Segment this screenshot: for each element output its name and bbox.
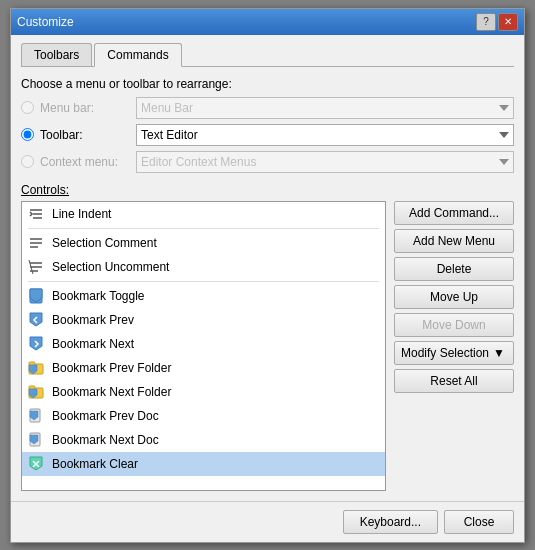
selection-comment-icon bbox=[28, 235, 44, 251]
list-item-label: Bookmark Next bbox=[52, 337, 134, 351]
list-item-label: Line Indent bbox=[52, 207, 111, 221]
menu-bar-dropdown[interactable]: Menu Bar bbox=[136, 97, 514, 119]
bookmark-prev-icon bbox=[28, 312, 44, 328]
svg-marker-13 bbox=[30, 337, 42, 350]
svg-marker-12 bbox=[30, 313, 42, 326]
list-item-label: Bookmark Toggle bbox=[52, 289, 145, 303]
toolbar-radio[interactable] bbox=[21, 128, 34, 141]
list-item[interactable]: Bookmark Prev Folder bbox=[22, 356, 385, 380]
list-separator bbox=[28, 228, 379, 229]
keyboard-button[interactable]: Keyboard... bbox=[343, 510, 438, 534]
list-item[interactable]: Line Indent bbox=[22, 202, 385, 226]
toolbar-label: Toolbar: bbox=[40, 128, 130, 142]
list-separator bbox=[28, 281, 379, 282]
move-down-button[interactable]: Move Down bbox=[394, 313, 514, 337]
move-up-button[interactable]: Move Up bbox=[394, 285, 514, 309]
dropdown-arrow-icon: ▼ bbox=[493, 346, 505, 360]
list-item-label: Bookmark Next Folder bbox=[52, 385, 171, 399]
bookmark-next-icon bbox=[28, 336, 44, 352]
bookmark-next-folder-icon bbox=[28, 384, 44, 400]
context-menu-label: Context menu: bbox=[40, 155, 130, 169]
reset-all-button[interactable]: Reset All bbox=[394, 369, 514, 393]
toolbar-dropdown[interactable]: Text Editor bbox=[136, 124, 514, 146]
choose-label: Choose a menu or toolbar to rearrange: bbox=[21, 77, 514, 91]
title-bar: Customize ? ✕ bbox=[11, 9, 524, 35]
context-menu-row: Context menu: Editor Context Menus bbox=[21, 151, 514, 173]
controls-area: Line Indent Selection Comment bbox=[21, 201, 514, 491]
help-button[interactable]: ? bbox=[476, 13, 496, 31]
controls-label: Controls: bbox=[21, 183, 514, 197]
buttons-panel: Add Command... Add New Menu Delete Move … bbox=[394, 201, 514, 491]
commands-list[interactable]: Line Indent Selection Comment bbox=[21, 201, 386, 491]
window-title: Customize bbox=[17, 15, 74, 29]
list-item-label: Bookmark Clear bbox=[52, 457, 138, 471]
menu-bar-radio[interactable] bbox=[21, 101, 34, 114]
list-item-label: Bookmark Prev Doc bbox=[52, 409, 159, 423]
tab-bar: Toolbars Commands bbox=[21, 43, 514, 67]
selection-uncomment-icon bbox=[28, 259, 44, 275]
tab-toolbars[interactable]: Toolbars bbox=[21, 43, 92, 66]
list-item-label: Bookmark Prev bbox=[52, 313, 134, 327]
title-bar-buttons: ? ✕ bbox=[476, 13, 518, 31]
tab-commands[interactable]: Commands bbox=[94, 43, 181, 67]
list-item[interactable]: Bookmark Next Doc bbox=[22, 428, 385, 452]
list-item[interactable]: Bookmark Toggle bbox=[22, 284, 385, 308]
list-item[interactable]: Bookmark Next Folder bbox=[22, 380, 385, 404]
list-item-label: Bookmark Prev Folder bbox=[52, 361, 171, 375]
bookmark-next-doc-icon bbox=[28, 432, 44, 448]
line-indent-icon bbox=[28, 206, 44, 222]
bookmark-clear-icon bbox=[28, 456, 44, 472]
list-item-label: Selection Comment bbox=[52, 236, 157, 250]
list-item-label: Selection Uncomment bbox=[52, 260, 169, 274]
bottom-bar: Keyboard... Close bbox=[11, 501, 524, 542]
list-item[interactable]: Bookmark Next bbox=[22, 332, 385, 356]
bookmark-toggle-icon bbox=[28, 288, 44, 304]
menu-bar-row: Menu bar: Menu Bar bbox=[21, 97, 514, 119]
list-item[interactable]: Bookmark Prev Doc bbox=[22, 404, 385, 428]
context-menu-dropdown[interactable]: Editor Context Menus bbox=[136, 151, 514, 173]
close-button[interactable]: Close bbox=[444, 510, 514, 534]
menu-bar-label: Menu bar: bbox=[40, 101, 130, 115]
list-item[interactable]: Selection Comment bbox=[22, 231, 385, 255]
context-menu-radio[interactable] bbox=[21, 155, 34, 168]
bookmark-prev-folder-icon bbox=[28, 360, 44, 376]
delete-button[interactable]: Delete bbox=[394, 257, 514, 281]
list-item[interactable]: Bookmark Clear bbox=[22, 452, 385, 476]
add-new-menu-button[interactable]: Add New Menu bbox=[394, 229, 514, 253]
window-close-button[interactable]: ✕ bbox=[498, 13, 518, 31]
main-content: Toolbars Commands Choose a menu or toolb… bbox=[11, 35, 524, 501]
list-item-label: Bookmark Next Doc bbox=[52, 433, 159, 447]
toolbar-row: Toolbar: Text Editor bbox=[21, 124, 514, 146]
svg-rect-18 bbox=[29, 386, 35, 389]
add-command-button[interactable]: Add Command... bbox=[394, 201, 514, 225]
svg-rect-15 bbox=[29, 362, 35, 365]
list-item[interactable]: Bookmark Prev bbox=[22, 308, 385, 332]
list-item[interactable]: Selection Uncomment bbox=[22, 255, 385, 279]
customize-window: Customize ? ✕ Toolbars Commands Choose a… bbox=[10, 8, 525, 543]
radio-group: Menu bar: Menu Bar Toolbar: Text Editor … bbox=[21, 97, 514, 173]
modify-selection-button[interactable]: Modify Selection ▼ bbox=[394, 341, 514, 365]
bookmark-prev-doc-icon bbox=[28, 408, 44, 424]
